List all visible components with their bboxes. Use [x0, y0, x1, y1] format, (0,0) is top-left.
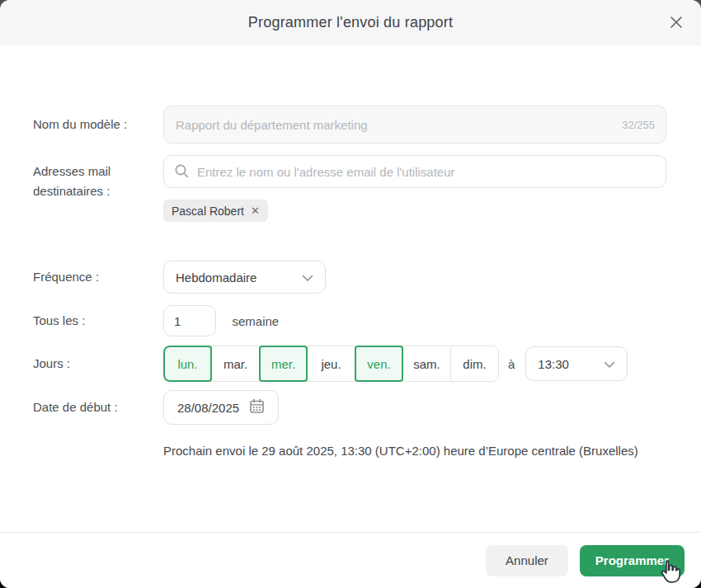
next-send-note: Prochain envoi le 29 août 2025, 13:30 (U… — [163, 444, 638, 458]
template-name-input[interactable] — [163, 106, 666, 143]
interval-label: Tous les : — [33, 311, 163, 331]
chevron-down-icon — [302, 270, 313, 285]
frequency-value: Hebdomadaire — [176, 270, 256, 285]
chevron-down-icon — [604, 357, 615, 371]
template-name-row: Nom du modèle : 32/255 — [33, 106, 666, 143]
day-button-saturday[interactable]: sam. — [402, 346, 451, 382]
template-name-label: Nom du modèle : — [33, 115, 163, 134]
dialog-header: Programmer l'envoi du rapport — [0, 0, 701, 45]
time-select[interactable]: 13:30 — [525, 346, 628, 381]
days-label: Jours : — [33, 354, 163, 374]
schedule-report-dialog: Programmer l'envoi du rapport Nom du mod… — [0, 0, 701, 588]
chip-remove-icon[interactable]: ✕ — [251, 205, 260, 216]
start-date-label: Date de début : — [33, 397, 163, 417]
recipient-chip-name: Pascal Robert — [172, 205, 244, 218]
frequency-select[interactable]: Hebdomadaire — [163, 261, 326, 294]
start-date-row: Date de début : 28/08/2025 — [33, 390, 666, 425]
day-button-wednesday[interactable]: mer. — [259, 346, 308, 382]
submit-button[interactable]: Programmer — [580, 545, 685, 576]
close-icon — [670, 16, 683, 31]
close-button[interactable] — [665, 12, 688, 35]
dialog-footer: Annuler Programmer — [0, 532, 701, 588]
time-value: 13:30 — [538, 357, 569, 371]
interval-unit-label: semaine — [232, 314, 279, 328]
dialog-body: Nom du modèle : 32/255 Adresses mail des… — [0, 45, 701, 532]
day-toggle-group: lun. mar. mer. jeu. ven. sam. dim. — [163, 346, 499, 382]
frequency-label: Fréquence : — [33, 267, 163, 287]
search-icon — [174, 163, 190, 182]
cancel-button[interactable]: Annuler — [486, 545, 568, 576]
day-button-friday[interactable]: ven. — [355, 346, 403, 382]
day-button-thursday[interactable]: jeu. — [307, 346, 355, 382]
start-date-picker[interactable]: 28/08/2025 — [163, 390, 279, 425]
interval-input[interactable] — [163, 305, 216, 336]
frequency-row: Fréquence : Hebdomadaire — [33, 261, 666, 294]
recipients-row: Adresses mail destinataires : Pascal Rob… — [33, 155, 666, 222]
dialog-title: Programmer l'envoi du rapport — [248, 14, 453, 31]
start-date-value: 28/08/2025 — [177, 401, 239, 415]
recipient-search-input[interactable] — [163, 155, 666, 188]
day-button-tuesday[interactable]: mar. — [211, 346, 260, 382]
recipient-chips: Pascal Robert ✕ — [163, 200, 666, 222]
days-row: Jours : lun. mar. mer. jeu. ven. sam. di… — [33, 346, 666, 382]
day-button-monday[interactable]: lun. — [163, 346, 212, 382]
calendar-icon — [249, 398, 265, 416]
next-send-row: Prochain envoi le 29 août 2025, 13:30 (U… — [33, 444, 666, 459]
day-button-sunday[interactable]: dim. — [450, 346, 499, 382]
recipients-label: Adresses mail destinataires : — [33, 155, 163, 201]
recipient-chip: Pascal Robert ✕ — [163, 200, 268, 222]
at-label: à — [508, 357, 515, 371]
interval-row: Tous les : semaine — [33, 305, 666, 336]
char-counter: 32/255 — [622, 119, 655, 131]
